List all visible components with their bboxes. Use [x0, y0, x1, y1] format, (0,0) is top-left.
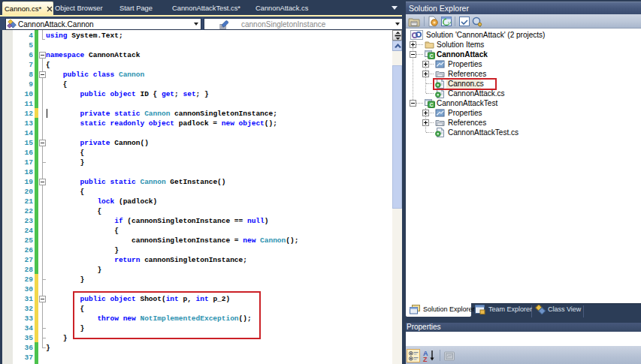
svg-text:C: C [430, 53, 434, 59]
svg-text:Z: Z [423, 356, 428, 362]
svg-text:C: C [430, 102, 434, 107]
